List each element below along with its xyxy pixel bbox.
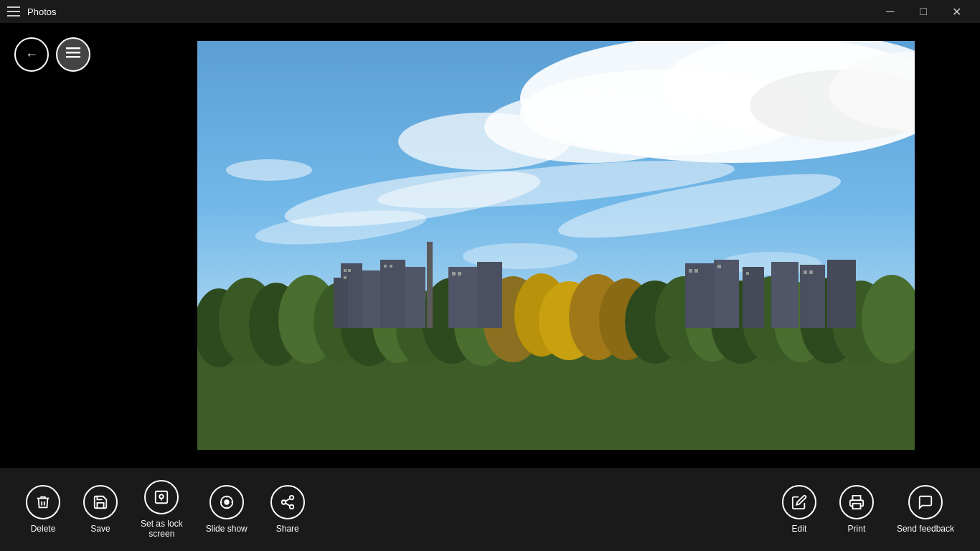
- save-icon: [83, 485, 118, 519]
- svg-point-10: [398, 113, 570, 170]
- app-title: Photos: [27, 6, 56, 17]
- photo-container: [131, 23, 980, 468]
- close-button[interactable]: ✕: [940, 0, 973, 23]
- svg-rect-66: [694, 269, 698, 273]
- svg-rect-61: [384, 265, 387, 268]
- edit-button[interactable]: Edit: [771, 479, 828, 540]
- svg-rect-60: [344, 276, 347, 279]
- svg-rect-57: [827, 260, 856, 328]
- titlebar-controls: ─ □ ✕: [874, 0, 973, 23]
- menu-button[interactable]: [56, 37, 90, 72]
- svg-rect-49: [427, 242, 433, 328]
- print-label: Print: [848, 524, 866, 534]
- svg-rect-56: [800, 265, 825, 328]
- share-icon: [270, 485, 305, 519]
- bottom-toolbar: Delete Save Set as lockscreen: [0, 468, 980, 551]
- hamburger-menu-icon[interactable]: [7, 6, 20, 17]
- slideshow-icon: [209, 485, 244, 519]
- titlebar: Photos ─ □ ✕: [0, 0, 980, 23]
- delete-button[interactable]: Delete: [14, 479, 72, 540]
- svg-point-72: [160, 494, 164, 499]
- svg-rect-71: [156, 491, 168, 503]
- send-feedback-button[interactable]: Send feedback: [885, 479, 966, 540]
- save-label: Save: [90, 524, 110, 534]
- svg-rect-52: [685, 263, 714, 328]
- svg-rect-70: [809, 270, 813, 274]
- send-feedback-label: Send feedback: [897, 524, 954, 534]
- svg-rect-47: [380, 260, 405, 328]
- svg-point-74: [281, 500, 286, 504]
- menu-icon: [66, 47, 80, 62]
- svg-rect-45: [362, 270, 380, 328]
- print-icon: [839, 485, 874, 519]
- svg-point-75: [289, 504, 293, 509]
- set-lock-screen-button[interactable]: Set as lockscreen: [129, 474, 194, 545]
- share-label: Share: [276, 524, 299, 534]
- svg-rect-69: [804, 270, 807, 274]
- svg-rect-2: [66, 56, 80, 58]
- svg-rect-51: [477, 262, 502, 328]
- photo-display: [197, 41, 915, 450]
- svg-rect-63: [452, 272, 456, 276]
- svg-point-73: [289, 496, 293, 500]
- delete-label: Delete: [31, 524, 56, 534]
- svg-rect-64: [458, 272, 461, 276]
- svg-rect-68: [746, 272, 749, 275]
- maximize-button[interactable]: □: [907, 0, 940, 23]
- print-button[interactable]: Print: [828, 479, 885, 540]
- svg-line-76: [286, 503, 290, 506]
- svg-rect-48: [405, 267, 425, 328]
- main-area: ←: [0, 23, 980, 468]
- edit-label: Edit: [792, 524, 807, 534]
- minimize-button[interactable]: ─: [874, 0, 907, 23]
- top-controls: ←: [14, 37, 90, 72]
- svg-rect-58: [344, 269, 347, 272]
- delete-icon: [26, 485, 60, 519]
- svg-rect-0: [66, 47, 80, 50]
- save-button[interactable]: Save: [72, 479, 129, 540]
- slideshow-button[interactable]: Slide show: [194, 479, 259, 540]
- svg-rect-78: [852, 504, 860, 509]
- svg-point-15: [226, 159, 312, 181]
- share-button[interactable]: Share: [259, 479, 316, 540]
- svg-rect-50: [448, 267, 477, 328]
- svg-rect-1: [66, 52, 80, 54]
- svg-rect-53: [714, 260, 739, 328]
- titlebar-left: Photos: [7, 6, 56, 17]
- svg-rect-67: [717, 265, 721, 268]
- svg-rect-46: [334, 278, 348, 328]
- svg-rect-65: [689, 269, 692, 273]
- edit-icon: [782, 485, 816, 519]
- slideshow-label: Slide show: [206, 524, 248, 534]
- svg-rect-59: [348, 269, 351, 272]
- svg-rect-55: [771, 262, 798, 328]
- svg-line-77: [286, 499, 290, 501]
- svg-rect-62: [390, 265, 392, 268]
- set-lock-screen-icon: [144, 480, 179, 514]
- set-lock-screen-label: Set as lockscreen: [141, 519, 183, 540]
- back-button[interactable]: ←: [14, 37, 49, 72]
- send-feedback-icon: [908, 485, 943, 519]
- back-icon: ←: [25, 47, 38, 62]
- svg-rect-54: [743, 267, 764, 328]
